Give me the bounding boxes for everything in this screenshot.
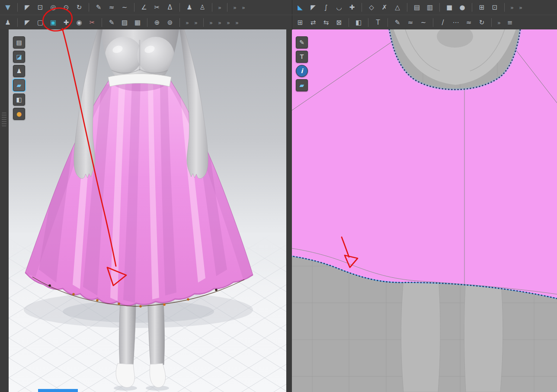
baseline-edit-icon[interactable]: ⋯	[451, 17, 461, 28]
arrangement-point-icon[interactable]: ⊕	[152, 17, 162, 28]
shirring-icon[interactable]: ↻	[477, 17, 487, 28]
scissors-trim-icon[interactable]: ✂	[152, 2, 162, 13]
fold-arrangement-icon[interactable]: ↻	[74, 2, 84, 13]
pinch-icon[interactable]: ✚	[61, 17, 71, 28]
garment-texture-tool-icon[interactable]: ▣	[48, 17, 58, 28]
segment-sewing-2d-icon[interactable]: ≈	[405, 17, 416, 28]
hem-point[interactable]	[215, 289, 218, 291]
show-seamline-toggle-icon[interactable]: ◧	[13, 93, 25, 106]
trim-cut-icon[interactable]: ✂	[87, 17, 97, 28]
copy-pattern-icon[interactable]: ⊞	[295, 17, 305, 28]
hem-point[interactable]	[139, 305, 142, 308]
show-garment-toggle-icon[interactable]: T	[296, 51, 308, 63]
fix-pin-box-icon[interactable]: ⊙	[61, 2, 71, 13]
select-mesh-lasso-icon[interactable]: ◎	[48, 2, 58, 13]
mannequin-torso[interactable]	[100, 29, 179, 80]
symmetric-edit-icon[interactable]: ⊠	[334, 17, 344, 28]
add-dart-icon[interactable]: ◇	[366, 2, 377, 13]
segment-sewing-icon[interactable]: ≈	[106, 2, 117, 13]
hem-point[interactable]	[163, 303, 166, 306]
free-sewing-icon[interactable]: ~	[119, 2, 130, 13]
overflow-2d-b-chevron-icon[interactable]: »	[518, 2, 524, 13]
edit-curvature-icon[interactable]: ◡	[334, 2, 344, 13]
edit-pattern-icon[interactable]: ◤	[308, 2, 318, 13]
elastic-band-icon[interactable]: ≈	[464, 17, 474, 28]
simulate-icon[interactable]: ▼	[3, 2, 13, 13]
pattern-info-icon[interactable]: i	[296, 65, 308, 77]
overflow-3d-f-chevron-icon[interactable]: »	[208, 17, 214, 28]
overflow-2d-c-chevron-icon[interactable]: »	[496, 17, 502, 28]
toolbar-separator	[439, 3, 440, 12]
hem-point[interactable]	[96, 299, 99, 302]
overflow-3d-a-chevron-icon[interactable]: »	[217, 2, 223, 13]
measure-icon[interactable]: ∠	[139, 2, 149, 13]
toolbar-2d-row2: ⊞⇄⇆⊠◧T✎≈~/⋯≈↻»≡	[292, 15, 557, 30]
overflow-3d-i-chevron-icon[interactable]: »	[234, 17, 240, 28]
select-move-icon[interactable]: ◤	[22, 2, 32, 13]
pattern-clone-icon[interactable]: ▥	[425, 2, 435, 13]
unfold-pattern-icon[interactable]: ⇆	[321, 17, 331, 28]
overflow-3d-b-chevron-icon[interactable]: »	[232, 2, 238, 13]
edit-sewing-icon[interactable]: ✎	[93, 2, 104, 13]
show-arrangement-toggle-icon[interactable]: ●	[13, 108, 25, 120]
internal-frame-icon[interactable]: ⊡	[490, 2, 500, 13]
2d-scene	[292, 29, 557, 392]
tack-on-avatar-icon[interactable]: ◉	[74, 17, 84, 28]
toolbar-separator	[179, 18, 180, 27]
seam-allowance-icon[interactable]: /	[438, 17, 448, 28]
select-mesh-box-icon[interactable]: ⊡	[35, 2, 45, 13]
circle-tool-icon[interactable]: ●	[457, 2, 467, 13]
snap-list-icon[interactable]: ≡	[505, 17, 515, 28]
overflow-2d-a-chevron-icon[interactable]: »	[509, 2, 515, 13]
show-garment-2d-icon[interactable]: T	[373, 17, 383, 28]
arrangement-bbox-icon[interactable]: ⊚	[165, 17, 175, 28]
transform-pattern-icon[interactable]: ◣	[295, 2, 305, 13]
edit-sewing-2d-icon[interactable]: ✎	[392, 17, 403, 28]
hem-point[interactable]	[48, 284, 51, 287]
grading-icon[interactable]: Δ	[165, 2, 175, 13]
2d-pattern-viewport[interactable]	[292, 29, 557, 392]
hem-point[interactable]	[187, 298, 189, 301]
iron-icon[interactable]: ◧	[353, 17, 364, 28]
select-mesh-garment-icon[interactable]: ▢	[35, 17, 45, 28]
mirror-paste-icon[interactable]: ⇄	[308, 17, 318, 28]
overflow-3d-e-chevron-icon[interactable]: »	[193, 17, 199, 28]
edit-point-curve-icon[interactable]: ∫	[321, 2, 331, 13]
pick-move-garment-icon[interactable]: ◤	[22, 17, 32, 28]
toolbar-separator	[17, 3, 18, 12]
overflow-3d-d-chevron-icon[interactable]: »	[184, 17, 190, 28]
sewing-brush-icon[interactable]: ✎	[106, 17, 117, 28]
toolbar-row-2: ♟◤▢▣✚◉✂✎▨▦⊕⊚»»»»»» ⊞⇄⇆⊠◧T✎≈~/⋯≈↻»≡	[0, 15, 557, 30]
panel-drag-handle[interactable]	[2, 112, 6, 126]
taskbar-indicator	[38, 389, 78, 392]
avatar-walk-icon[interactable]: ♟	[3, 17, 13, 28]
view-mode-texture-icon[interactable]: ▤	[13, 36, 25, 48]
show-base-pattern-toggle-icon[interactable]: ▰	[296, 79, 308, 91]
hem-point[interactable]	[72, 293, 75, 296]
skirt-3d[interactable]	[25, 80, 253, 306]
avatar-editor-icon[interactable]: ♙	[197, 2, 208, 13]
toolbar-separator	[504, 3, 505, 12]
3d-viewport[interactable]	[9, 29, 286, 392]
overflow-3d-g-chevron-icon[interactable]: »	[217, 17, 223, 28]
free-sewing-2d-icon[interactable]: ~	[418, 17, 429, 28]
pattern-file-icon[interactable]: ▤	[412, 2, 422, 13]
show-avatar-toggle-icon[interactable]: ♟	[13, 65, 25, 77]
fabric-strain-icon[interactable]: ▦	[132, 17, 143, 28]
show-pattern-toggle-icon[interactable]: ▰	[13, 79, 25, 91]
steam-brush-icon[interactable]: ▨	[119, 17, 130, 28]
overflow-3d-h-chevron-icon[interactable]: »	[225, 17, 231, 28]
remove-dart-icon[interactable]: ✗	[379, 2, 390, 13]
internal-rectangle-icon[interactable]: ⊞	[477, 2, 487, 13]
3d-scene	[9, 29, 286, 392]
show-avatar-icon[interactable]: ♟	[184, 2, 195, 13]
panel-divider[interactable]	[286, 29, 292, 392]
rectangle-tool-icon[interactable]: ■	[444, 2, 455, 13]
hem-point[interactable]	[118, 302, 120, 305]
overflow-3d-c-chevron-icon[interactable]: »	[240, 2, 246, 13]
3d-view-toggles: ▤◪♟▰◧●	[13, 36, 25, 120]
edit-style-line-icon[interactable]: ✎	[296, 36, 308, 48]
view-mode-mesh-icon[interactable]: ◪	[13, 51, 25, 63]
trace-pattern-icon[interactable]: △	[392, 2, 403, 13]
add-point-icon[interactable]: ✚	[347, 2, 357, 13]
